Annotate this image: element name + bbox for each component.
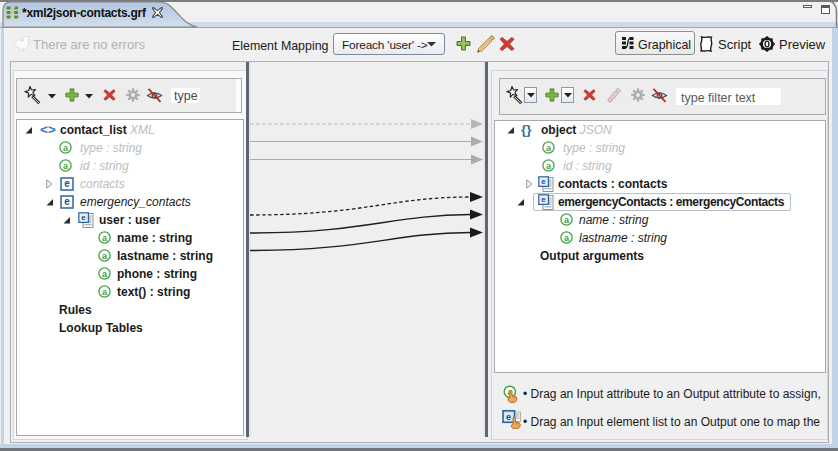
svg-text:e: e xyxy=(64,196,70,207)
svg-text:e: e xyxy=(541,177,546,186)
svg-text:e: e xyxy=(81,213,86,222)
svg-text:e: e xyxy=(506,412,511,422)
svg-text:e: e xyxy=(64,178,70,189)
svg-text:e: e xyxy=(541,195,546,204)
